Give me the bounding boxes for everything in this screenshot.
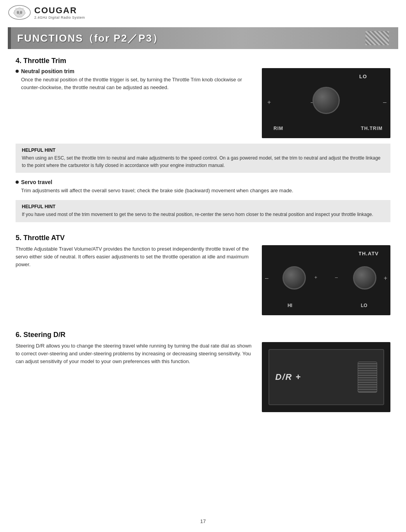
sub-item-neutral-trim-text: Once the neutral position of the throttl… xyxy=(16,76,254,91)
section4-image: + – – LO RIM TH.TRIM xyxy=(262,68,390,138)
section5-image: TH.ATV – + – + HI LO xyxy=(262,245,390,315)
hint2-text: If you have used most of the trim moveme… xyxy=(22,211,384,218)
hint1-title: HELPFUL HINT xyxy=(22,147,384,153)
atv-plus-left: + xyxy=(314,274,318,280)
svg-point-5 xyxy=(20,11,22,14)
header: COUGAR 2.4GHz Digital Radio System xyxy=(0,0,406,23)
main-content: 4. Throttle Trim Neutral position trim O… xyxy=(0,49,406,435)
section4-title: 4. Throttle Trim xyxy=(16,57,390,65)
section4-layout: Neutral position trim Once the neutral p… xyxy=(16,68,390,138)
brand-sub: 2.4GHz Digital Radio System xyxy=(34,16,85,19)
section6-text: Steering D/R allows you to change the st… xyxy=(16,342,254,365)
trim-image-inner: + – – LO RIM TH.TRIM xyxy=(262,68,390,138)
section6-title: 6. Steering D/R xyxy=(16,331,390,339)
section4-text-col: Neutral position trim Once the neutral p… xyxy=(16,68,254,95)
atv-minus-right: – xyxy=(335,274,338,280)
section6-layout: Steering D/R allows you to change the st… xyxy=(16,342,390,412)
section5-layout: Throttle Adjustable Travel Volume/ATV pr… xyxy=(16,245,390,315)
trim-plus: + xyxy=(267,99,271,106)
svg-point-4 xyxy=(17,11,19,14)
atv-lo-label: LO xyxy=(361,303,367,308)
logo-area: COUGAR 2.4GHz Digital Radio System xyxy=(8,5,85,20)
trim-rim-label: RIM xyxy=(274,126,283,131)
dr-image: D/R + xyxy=(262,342,390,412)
section6-image: D/R + xyxy=(262,342,390,412)
hint1-text: When using an ESC, set the throttle trim… xyxy=(22,155,384,169)
atv-minus-left: – xyxy=(265,275,268,282)
atv-image: TH.ATV – + – + HI LO xyxy=(262,245,390,315)
logo-text: COUGAR 2.4GHz Digital Radio System xyxy=(34,5,85,19)
bullet-dot-2 xyxy=(16,181,19,184)
cougar-logo-icon xyxy=(8,5,31,20)
trim-thtrim-label: TH.TRIM xyxy=(361,126,383,131)
trim-lo-label: LO xyxy=(359,74,367,79)
trim-image: + – – LO RIM TH.TRIM xyxy=(262,68,390,138)
sub-item-servo-travel-text: Trim adjustments will affect the overall… xyxy=(16,187,390,195)
atv-hi-label: HI xyxy=(288,303,292,308)
atv-knob-right xyxy=(353,266,376,290)
sub-item-servo-travel: Servo travel Trim adjustments will affec… xyxy=(16,179,390,195)
section-throttle-trim: 4. Throttle Trim Neutral position trim O… xyxy=(16,57,390,222)
banner-title: FUNCTIONS（for P2／P3） xyxy=(17,32,163,45)
banner-pattern xyxy=(365,31,389,45)
dr-panel: D/R + xyxy=(268,349,384,405)
dr-label: D/R + xyxy=(275,372,302,382)
section6-text-col: Steering D/R allows you to change the st… xyxy=(16,342,254,365)
atv-th-atv-label: TH.ATV xyxy=(358,251,379,256)
svg-marker-1 xyxy=(14,8,25,17)
atv-plus-right: + xyxy=(384,275,387,282)
atv-knob-left xyxy=(282,266,306,290)
dr-dial xyxy=(358,362,377,393)
page-banner: FUNCTIONS（for P2／P3） xyxy=(8,27,398,49)
section5-text-col: Throttle Adjustable Travel Volume/ATV pr… xyxy=(16,245,254,269)
section5-text: Throttle Adjustable Travel Volume/ATV pr… xyxy=(16,245,254,269)
sub-item-neutral-trim: Neutral position trim Once the neutral p… xyxy=(16,68,254,91)
trim-plus2: – xyxy=(383,99,387,106)
section-throttle-atv: 5. Throttle ATV Throttle Adjustable Trav… xyxy=(16,234,390,315)
section5-title: 5. Throttle ATV xyxy=(16,234,390,242)
sub-item-servo-travel-title: Servo travel xyxy=(16,179,390,185)
page-number: 17 xyxy=(200,518,206,524)
hint-box-2: HELPFUL HINT If you have used most of th… xyxy=(16,200,390,222)
section-steering-dr: 6. Steering D/R Steering D/R allows you … xyxy=(16,331,390,412)
sub-item-neutral-trim-title: Neutral position trim xyxy=(16,68,254,74)
svg-point-6 xyxy=(19,14,20,15)
hint2-title: HELPFUL HINT xyxy=(22,204,384,209)
bullet-dot-1 xyxy=(16,70,19,73)
hint-box-1: HELPFUL HINT When using an ESC, set the … xyxy=(16,144,390,173)
brand-name: COUGAR xyxy=(34,5,85,16)
trim-knob xyxy=(312,87,340,114)
page-footer: 17 xyxy=(200,518,206,524)
